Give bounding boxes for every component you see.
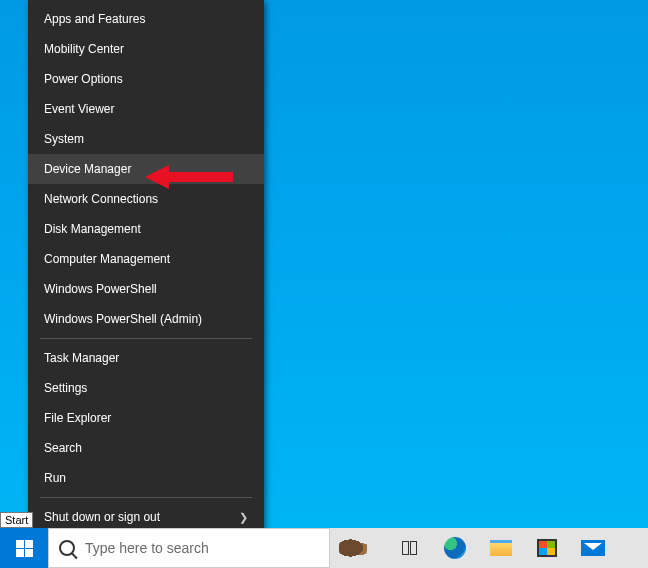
menu-label: Mobility Center [44,42,124,56]
menu-system[interactable]: System [28,124,264,154]
menu-powershell[interactable]: Windows PowerShell [28,274,264,304]
menu-device-manager[interactable]: Device Manager [28,154,264,184]
menu-label: Shut down or sign out [44,510,160,524]
menu-label: Network Connections [44,192,158,206]
platypus-icon [339,537,367,559]
edge-icon [444,537,466,559]
start-tooltip: Start [0,512,33,528]
mail-icon [581,540,605,556]
taskview-icon [402,541,417,555]
menu-task-manager[interactable]: Task Manager [28,343,264,373]
menu-event-viewer[interactable]: Event Viewer [28,94,264,124]
menu-run[interactable]: Run [28,463,264,493]
windows-logo-icon [16,540,33,557]
taskbar-platypus-icon[interactable] [330,528,376,568]
chevron-right-icon: ❯ [239,511,248,524]
menu-powershell-admin[interactable]: Windows PowerShell (Admin) [28,304,264,334]
menu-label: Computer Management [44,252,170,266]
menu-disk-management[interactable]: Disk Management [28,214,264,244]
menu-separator [40,497,252,498]
taskbar-explorer[interactable] [478,528,524,568]
ms-store-icon [537,539,557,557]
menu-label: Task Manager [44,351,119,365]
start-button[interactable] [0,528,48,568]
taskbar: Type here to search [0,528,648,568]
file-explorer-icon [490,540,512,556]
menu-power-options[interactable]: Power Options [28,64,264,94]
menu-separator [40,338,252,339]
menu-network-connections[interactable]: Network Connections [28,184,264,214]
menu-label: System [44,132,84,146]
search-placeholder: Type here to search [85,540,209,556]
menu-label: Device Manager [44,162,131,176]
taskbar-mail[interactable] [570,528,616,568]
taskbar-store[interactable] [524,528,570,568]
menu-mobility-center[interactable]: Mobility Center [28,34,264,64]
menu-apps-features[interactable]: Apps and Features [28,4,264,34]
search-box[interactable]: Type here to search [48,528,330,568]
menu-label: Disk Management [44,222,141,236]
menu-label: Windows PowerShell [44,282,157,296]
search-icon [59,540,75,556]
menu-label: Run [44,471,66,485]
menu-computer-management[interactable]: Computer Management [28,244,264,274]
tooltip-text: Start [5,514,28,526]
menu-label: File Explorer [44,411,111,425]
menu-label: Search [44,441,82,455]
menu-settings[interactable]: Settings [28,373,264,403]
menu-label: Power Options [44,72,123,86]
menu-file-explorer[interactable]: File Explorer [28,403,264,433]
taskview-button[interactable] [386,528,432,568]
menu-search[interactable]: Search [28,433,264,463]
menu-label: Windows PowerShell (Admin) [44,312,202,326]
menu-label: Apps and Features [44,12,145,26]
menu-label: Settings [44,381,87,395]
menu-label: Event Viewer [44,102,114,116]
winx-context-menu: Apps and Features Mobility Center Power … [28,0,264,566]
taskbar-edge[interactable] [432,528,478,568]
